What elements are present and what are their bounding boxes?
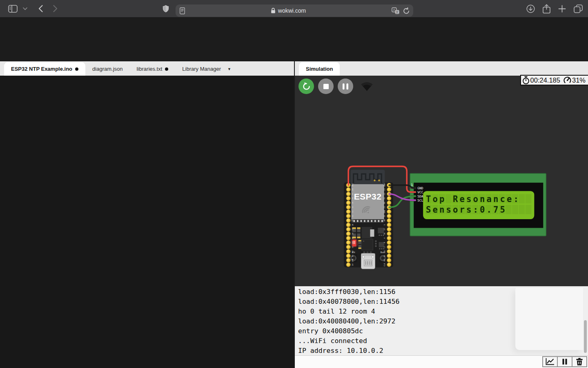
esp32-pin-label: TX [383,197,385,200]
esp32-pin[interactable] [387,196,391,200]
esp32-pin-label: RX [383,202,385,204]
tab-file-1[interactable]: diagram.json [85,62,129,76]
esp32-pin-label: CMD [352,258,354,262]
lcd1602-display[interactable]: 1 GND VCC SDA SCL Top Resonance: Sensors… [410,173,546,236]
chevron-down-icon[interactable]: ▼ [227,67,231,71]
new-tab-icon[interactable] [558,5,566,13]
esp32-pin[interactable] [387,236,391,240]
back-icon[interactable] [38,5,43,12]
esp32-pin[interactable] [346,231,350,236]
serial-plot-button[interactable] [542,356,558,367]
esp32-pin[interactable] [387,254,391,258]
esp32-pin[interactable] [346,258,350,262]
code-editor-area[interactable] [0,76,294,368]
esp32-pin[interactable] [346,196,350,200]
esp32-pin[interactable] [346,240,350,245]
esp32-pin[interactable] [387,209,391,213]
url-bar[interactable]: wokwi.com A文 [176,4,413,17]
esp32-pin[interactable] [346,205,350,209]
esp32-pin[interactable] [346,223,350,227]
esp32-pin[interactable] [387,231,391,236]
share-icon[interactable] [543,4,550,13]
esp32-pin[interactable] [346,245,350,249]
tab-library-manager[interactable]: Library Manager ▼ [175,62,238,76]
esp32-pin-label: 5 [383,224,385,225]
esp32-devkit[interactable]: ESP32 [344,170,393,269]
esp32-pin[interactable] [346,209,350,213]
tab-overview-icon[interactable] [574,4,583,13]
esp32-pin[interactable] [346,218,350,222]
lcd-pin1-label: 1 [411,183,413,187]
esp32-pin-label: 21 [383,206,385,209]
plot-icon [545,358,555,366]
lcd-cell [526,194,532,204]
esp32-pin[interactable] [387,187,391,191]
tab-file-0[interactable]: ESP32 NTP Example.ino [4,62,85,76]
esp32-pin[interactable] [387,227,391,231]
esp32-pin-label: 0 [383,242,385,243]
restart-button[interactable] [298,79,314,94]
lcd-pin-label-sda: SDA [417,195,423,198]
tab-group-chevron-icon[interactable] [23,7,27,10]
esp32-pin[interactable] [346,227,350,231]
esp32-pin[interactable] [346,249,350,254]
esp32-pin-label: 12 [352,237,354,239]
tab-label: Simulation [306,66,333,72]
esp32-pin-label: 17 [383,228,385,231]
esp32-pin[interactable] [387,249,391,254]
wiring-diagram[interactable]: ESP32 [295,76,588,286]
esp32-pin[interactable] [387,245,391,249]
serial-monitor[interactable]: load:0x3fff0030,len:1156 load:0x40078000… [295,286,588,355]
download-icon[interactable] [526,4,535,13]
esp32-pin[interactable] [346,236,350,240]
esp32-pin[interactable] [387,218,391,222]
sidebar-icon[interactable] [8,5,18,13]
esp32-chip-label: ESP32 [354,192,382,201]
esp32-pin[interactable] [387,240,391,245]
esp32-pin-label: 23 [383,188,385,191]
tab-simulation[interactable]: Simulation [299,62,340,76]
esp32-pin-label: 26 [352,224,354,226]
esp32-pin-label: 32 [352,211,354,213]
restart-icon [302,82,311,91]
pause-icon [343,83,348,90]
reload-icon[interactable] [403,7,410,14]
esp32-pin[interactable] [346,192,350,196]
esp32-pin[interactable] [387,201,391,205]
en-button[interactable] [350,254,357,263]
wifi-status-icon[interactable] [361,81,373,92]
esp32-pin-label: 35 [352,206,354,209]
translate-icon[interactable]: A文 [392,7,399,14]
esp32-pin[interactable] [346,263,350,267]
esp32-pin-label: 14 [352,233,354,235]
serial-clear-button[interactable] [572,356,587,367]
esp32-pin-label: 16 [383,233,385,235]
sim-time: 00:24.185 [530,76,560,84]
simulation-canvas[interactable]: ESP32 [295,76,588,286]
serial-pause-button[interactable] [557,356,572,367]
tab-file-2[interactable]: libraries.txt [129,62,175,76]
esp32-pin[interactable] [387,258,391,262]
esp32-pin-label: 18 [383,219,385,222]
simulation-toolbar [298,79,373,94]
privacy-shield-icon[interactable] [163,5,169,13]
esp32-pin[interactable] [346,214,350,218]
esp32-pin[interactable] [346,254,350,258]
esp32-pin[interactable] [346,187,350,191]
lock-icon [271,8,276,13]
esp32-pin-label: 15 [383,250,385,253]
pause-button[interactable] [338,79,353,94]
esp32-pin-label: EN [352,188,354,191]
esp32-pin-label: 5V [352,263,354,266]
esp32-pin[interactable] [387,263,391,267]
esp32-pin[interactable] [387,223,391,227]
usb-connector [361,254,375,269]
trash-icon [575,358,584,366]
esp32-pin[interactable] [346,201,350,205]
serial-scrollbar[interactable] [584,320,587,353]
forward-icon[interactable] [53,5,58,12]
esp32-pin[interactable] [387,214,391,218]
stop-button[interactable] [318,79,334,94]
browser-chrome: wokwi.com A文 [0,0,588,17]
reader-icon[interactable] [180,7,185,14]
